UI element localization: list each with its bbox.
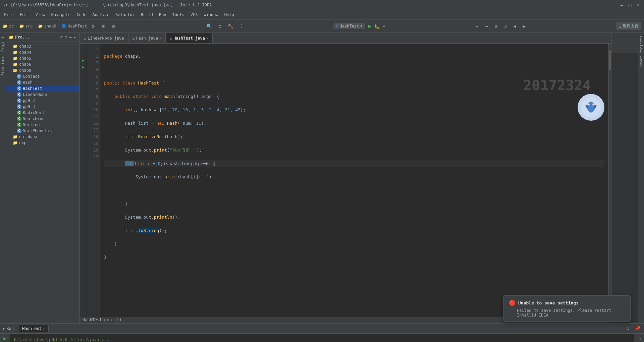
run-arrow-4[interactable]: ▶ xyxy=(82,65,84,69)
code-line-4: public static void main(String[] args) { xyxy=(104,93,604,100)
run-play-btn[interactable]: ▶ xyxy=(1,335,9,341)
menu-tools[interactable]: Tools xyxy=(170,12,187,18)
tree-contact[interactable]: C Contact xyxy=(6,73,79,79)
tree-pp9-3[interactable]: C pp9_3 xyxy=(6,104,79,110)
maximize-btn[interactable]: □ xyxy=(627,2,633,8)
line-numbers: 1 2 3 4 5 6 7 8 9 10 11 12 13 14 15 16 1… xyxy=(87,44,100,317)
menu-navigate[interactable]: Navigate xyxy=(49,12,73,18)
project-title: Pro... xyxy=(15,35,30,40)
tree-database[interactable]: 📁 database xyxy=(6,134,79,140)
tree-chap9[interactable]: 📂 chap9 xyxy=(6,67,79,73)
menu-view[interactable]: View xyxy=(33,12,48,18)
menu-run[interactable]: Run xyxy=(156,12,169,18)
toolbar-search-btn[interactable]: 🔍 xyxy=(205,22,213,30)
coverage-button[interactable]: ☂ xyxy=(382,23,385,29)
class-icon: C xyxy=(17,110,21,115)
bottom-expand-btn[interactable]: ⊞ xyxy=(636,335,643,342)
menu-edit[interactable]: Edit xyxy=(17,12,32,18)
run-tab-close[interactable]: ✕ xyxy=(43,327,45,330)
project-settings-btn[interactable]: ⚙ xyxy=(64,34,68,40)
tab-hashtest-close[interactable]: ✕ xyxy=(206,36,208,40)
maven-projects-label[interactable]: Maven Projects xyxy=(638,33,644,69)
tab-hash-close[interactable]: ✕ xyxy=(159,36,161,40)
toolbar-settings-btn[interactable]: ⚙ xyxy=(89,22,97,30)
sidebar-project-label[interactable]: Project xyxy=(0,34,6,54)
run-arrow-3[interactable]: ▶ xyxy=(82,58,84,63)
bottom-pin-btn[interactable]: 📌 xyxy=(633,325,641,333)
toolbar-collapse-btn[interactable]: ⊟ xyxy=(109,22,117,30)
project-icon: 📁 xyxy=(9,35,14,40)
toolbar-nav-back[interactable]: ◀ xyxy=(511,22,519,30)
gutter-8 xyxy=(80,91,86,97)
toolbar-gear-btn[interactable]: ⚙ xyxy=(216,22,224,30)
tree-hash-label: Hash xyxy=(23,80,33,85)
code-line-17 xyxy=(104,268,604,274)
error-icon: 🔴 xyxy=(509,300,516,306)
ln-16: 16 xyxy=(88,147,98,154)
breadcrumb-zc: 📁 xyxy=(3,24,8,28)
tree-chap5[interactable]: 📁 chap5 xyxy=(6,55,79,61)
run-tab-hashtest[interactable]: HashTest ✕ xyxy=(19,325,49,332)
code-line-6: Hash list = new Hash( num: 11); xyxy=(104,120,604,127)
code-editor[interactable]: ▶ ▶ 1 2 xyxy=(80,44,611,317)
menu-file[interactable]: File xyxy=(1,12,16,18)
tab-linearnode[interactable]: ☕ LinearNode.java xyxy=(80,33,128,43)
tree-radixsort[interactable]: C RadixSort xyxy=(6,110,79,116)
error-notification: 🔴 Unable to save settings Failed to save… xyxy=(503,295,631,322)
tree-hash[interactable]: C Hash xyxy=(6,79,79,86)
run-config[interactable]: C HashTest ▼ xyxy=(333,23,365,29)
tab-hashtest[interactable]: ☕ HashTest.java ✕ xyxy=(166,33,213,43)
menu-code[interactable]: Code xyxy=(74,12,89,18)
gutter-17 xyxy=(80,151,86,158)
error-title: 🔴 Unable to save settings xyxy=(509,300,625,306)
tab-linearnode-label: LinearNode.java xyxy=(88,36,124,41)
code-content[interactable]: package chap9; public class HashTest { p… xyxy=(100,44,608,317)
run-config-arrow: ▼ xyxy=(361,24,363,28)
toolbar-grid-btn[interactable]: ⊞ xyxy=(492,22,500,30)
menu-help[interactable]: Help xyxy=(222,12,237,18)
tree-radixsort-label: RadixSort xyxy=(23,110,45,115)
code-line-2 xyxy=(104,66,604,73)
project-sync-btn[interactable]: ⟳ xyxy=(59,34,63,40)
tree-sorting[interactable]: C Sorting xyxy=(6,122,79,128)
project-expand-btn[interactable]: ▸ xyxy=(73,34,77,40)
toolbar-expand-btn[interactable]: ≡ xyxy=(99,22,107,30)
menu-analyze[interactable]: Analyze xyxy=(90,12,112,18)
tree-hashtest[interactable]: C HashTest xyxy=(6,86,79,92)
tab-hash[interactable]: ☕ Hash.java ✕ xyxy=(128,33,166,43)
tree-chap6[interactable]: 📁 chap6 xyxy=(6,61,79,67)
tree-chap4[interactable]: 📁 chap4 xyxy=(6,49,79,55)
tree-sortphonelist[interactable]: C SortPhoneList xyxy=(6,128,79,134)
minimize-btn[interactable]: — xyxy=(619,2,625,8)
sidebar-structure-label[interactable]: Structure xyxy=(0,54,6,78)
toolbar-more-btn[interactable]: ⋮ xyxy=(237,22,246,30)
toolbar-nav-fwd[interactable]: ▶ xyxy=(520,22,528,30)
menu-vcs[interactable]: VCS xyxy=(188,12,201,18)
run-button[interactable]: ▶ xyxy=(368,22,372,30)
upload-label: 拖拽上传 xyxy=(623,23,639,29)
tree-linearnode[interactable]: C LinearNode xyxy=(6,92,79,98)
debug-button[interactable]: 🐛 xyxy=(374,23,380,29)
run-tab-label: HashTest xyxy=(22,326,42,331)
java-icon: ☕ xyxy=(132,36,135,41)
vertical-scrollbar[interactable] xyxy=(608,44,611,317)
toolbar-sync-btn[interactable]: ⟳ xyxy=(501,22,509,30)
menu-refactor[interactable]: Refactor xyxy=(113,12,138,18)
bottom-settings-btn[interactable]: ⚙ xyxy=(624,325,632,333)
menu-build[interactable]: Build xyxy=(138,12,156,18)
project-collapse-btn[interactable]: — xyxy=(69,34,72,40)
menu-window[interactable]: Window xyxy=(201,12,221,18)
tree-pp9-2[interactable]: C pp9_2 xyxy=(6,98,79,104)
close-btn[interactable]: ✕ xyxy=(635,2,641,8)
class-icon: C xyxy=(17,128,21,133)
code-line-5: int[] hash = {11, 78, 10, 1, 3, 2, 4, 21… xyxy=(104,107,604,113)
toolbar-redo-btn[interactable]: ↪ xyxy=(483,22,491,30)
breadcrumb-file: 🔵 xyxy=(61,24,66,28)
tree-chap3[interactable]: 📁 chap3 xyxy=(6,43,79,49)
tree-searching[interactable]: C Searching xyxy=(6,116,79,122)
code-line-3: public class HashTest { xyxy=(104,80,604,87)
upload-button[interactable]: ☁ 拖拽上传 xyxy=(616,22,641,30)
tree-exp[interactable]: 📁 exp xyxy=(6,140,79,146)
toolbar-undo-btn[interactable]: ↩ xyxy=(473,22,481,30)
toolbar-hammer-btn[interactable]: 🔨 xyxy=(227,22,235,30)
